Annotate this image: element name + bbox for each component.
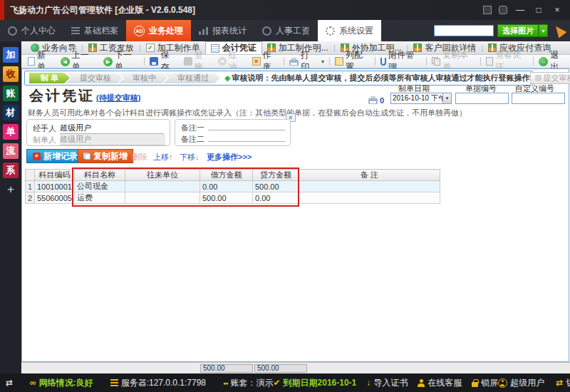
void-button[interactable]: × 作废 (249, 55, 283, 68)
exit-button[interactable]: → 退出 (535, 55, 570, 68)
image-search-input[interactable] (434, 25, 494, 36)
row-number-cell: 1 (26, 181, 35, 192)
minimize-button[interactable]: — (514, 5, 526, 15)
copy-add-button[interactable]: 复制新增 (78, 149, 133, 163)
down-arrow-icon: ↓ (195, 153, 200, 161)
current-user[interactable]: 超级用户 (498, 377, 544, 389)
debit-cell[interactable]: 500.00 (200, 192, 252, 204)
nav-tab-personal-center[interactable]: 个人中心 (0, 20, 63, 41)
lock-screen-button[interactable]: 锁屏 (472, 377, 498, 389)
register-account-button[interactable]: 登账 (180, 55, 214, 68)
pending-review-link[interactable]: (待提交审核) (96, 93, 140, 103)
check-icon: ✔ (274, 378, 281, 388)
doc-no-input[interactable] (455, 93, 509, 104)
statusbar: ⇄ ∞ 网络情况:良好 服务器:127.0.0.1:7798 ●● 账套：演示 … (0, 373, 570, 392)
remark1-field[interactable] (208, 122, 285, 130)
button-label: 切换用户 (566, 377, 570, 389)
remark2-label: 备注二 (181, 134, 204, 145)
nav-tab-base-archives[interactable]: 基础档案 (63, 20, 126, 41)
page-description: 财务人员可用此单对各个会计科目进行调账操作或凭证录入（注：其他类型的单据，在登账… (28, 108, 467, 118)
date-select[interactable]: 2016-10-10 下午 03:5 ▾ (390, 93, 452, 104)
workflow-buttons: 提交审核 取消审核 ↓ 查看详细 (530, 72, 570, 84)
sidebar-item-liu[interactable]: 流 (3, 143, 19, 159)
view-voucher-button[interactable]: 查看凭证 (482, 55, 532, 68)
save-button[interactable]: 保存 (146, 55, 180, 68)
sidebar-item-shou[interactable]: 收 (3, 66, 19, 82)
next-doc-button[interactable]: ▶ 下一单 (100, 55, 142, 68)
choose-image-caret[interactable]: ▾ (539, 24, 548, 37)
sidebar-item-xi[interactable]: 系 (3, 163, 19, 178)
next-icon: ▶ (103, 57, 113, 66)
button-label: 提交审核 (544, 73, 570, 83)
remark-cell[interactable] (299, 192, 440, 204)
printer-icon[interactable] (368, 98, 378, 104)
attachment-button[interactable]: 附件管理 (377, 55, 425, 68)
nav-tab-hr-payroll[interactable]: 人事工资 (254, 20, 318, 41)
delete-link[interactable]: 删除 (132, 152, 147, 163)
prev-doc-button[interactable]: ◀ 上一单 (57, 55, 100, 68)
diamond-icon: ◆ (224, 73, 230, 82)
submit-review-icon (535, 75, 542, 81)
nav-tab-business-active[interactable]: AD 业务处理 (126, 20, 191, 41)
debit-cell[interactable]: 0.00 (200, 181, 252, 192)
online-service-button[interactable]: 在线客服 (418, 377, 462, 389)
col-header-credit[interactable]: 贷方金额 (252, 170, 299, 181)
handler-field[interactable]: 超级用户 (60, 123, 164, 134)
close-button[interactable]: × (551, 5, 563, 15)
move-down-link[interactable]: 下移↓ (180, 152, 200, 163)
maker-field: 超级用户 (60, 134, 165, 145)
column-config-button[interactable]: 列配置 (331, 55, 373, 68)
add-record-button[interactable]: + 新增记录 (26, 149, 84, 163)
credit-cell[interactable]: 0.00 (252, 192, 299, 204)
move-up-link[interactable]: 上移↑ (153, 152, 173, 163)
remark-cell[interactable] (299, 181, 440, 192)
transfer-icon[interactable]: ⇄ (6, 378, 13, 388)
nav-tab-system-settings[interactable]: 系统设置 (318, 20, 381, 41)
unit-cell[interactable] (125, 181, 200, 192)
import-cert-button[interactable]: ↓ 导入证书 (366, 377, 408, 389)
submit-review-button[interactable]: 提交审核 (530, 72, 570, 84)
sidebar-add-button[interactable]: + (3, 182, 19, 197)
new-doc-icon (28, 57, 35, 66)
name-cell[interactable]: 运费 (74, 192, 125, 204)
remark2-field[interactable] (208, 133, 285, 142)
col-header-unit[interactable]: 往来单位 (125, 170, 200, 181)
copy-doc-icon (432, 57, 440, 66)
unit-cell[interactable] (125, 192, 200, 204)
col-header-debit[interactable]: 借方金额 (200, 170, 252, 181)
choose-image-button[interactable]: 选择图片 (497, 24, 539, 37)
col-header-name[interactable]: 科目名称 (74, 170, 125, 181)
plus-icon: + (33, 153, 41, 160)
doc-check-icon: ✔ (146, 43, 155, 52)
print-button[interactable]: 打 印 ▾ (286, 55, 328, 68)
sidebar-item-zhang[interactable]: 账 (3, 86, 19, 101)
table-row[interactable]: 1 10010001 公司现金 0.00 500.00 (26, 181, 440, 192)
maximize-button[interactable]: □ (533, 5, 544, 15)
red-reverse-button[interactable]: 红冲 (214, 55, 249, 68)
custom-no-input[interactable] (512, 93, 565, 104)
link-label: 下移 (180, 153, 195, 161)
skin-icon[interactable] (499, 6, 507, 14)
credit-cell[interactable]: 500.00 (252, 181, 299, 192)
sidebar-item-jia[interactable]: 加 (3, 47, 19, 63)
date-caret-icon[interactable]: ▾ (442, 93, 451, 103)
sidebar-item-cai[interactable]: 材 (3, 105, 19, 120)
more-actions-link[interactable]: 更多操作>>> (207, 152, 252, 163)
ad-badge-icon: AD (134, 26, 145, 36)
col-header-code[interactable]: 科目编码 (35, 170, 75, 181)
copy-doc-button[interactable]: 复制本单 (428, 55, 479, 68)
main-nav: 个人中心 基础档案 AD 业务处理 报表统计 人事工资 系统设置 选择图片 ▾ (0, 20, 570, 41)
new-doc-button[interactable]: 新单 (24, 55, 57, 68)
debit-total: 500.00 (200, 364, 253, 373)
nav-tab-reports[interactable]: 报表统计 (191, 20, 254, 41)
code-cell[interactable]: 55060005 (35, 192, 75, 204)
name-cell[interactable]: 公司现金 (74, 181, 125, 192)
tray-doc-icon[interactable] (483, 6, 492, 14)
user-name: 超级用户 (510, 377, 544, 389)
col-header-remark[interactable]: 备 注 (299, 170, 440, 181)
sidebar-item-dan[interactable]: 单 (3, 124, 19, 140)
switch-user-button[interactable]: ⇄ 切换用户 (556, 377, 570, 389)
table-row[interactable]: 2 55060005 运费 500.00 0.00 (26, 192, 440, 204)
code-cell[interactable]: 10010001 (35, 181, 75, 192)
prev-icon: ◀ (61, 57, 70, 66)
